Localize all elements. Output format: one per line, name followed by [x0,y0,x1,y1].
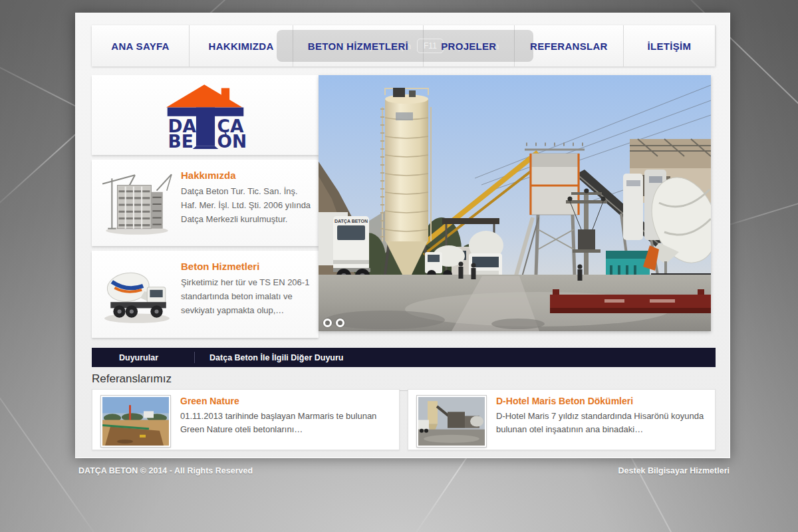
reference-title[interactable]: D-Hotel Maris Beton Dökümleri [496,396,707,406]
services-title[interactable]: Beton Hizmetleri [181,261,312,272]
sidebar: DA ÇA BE ON [92,75,319,342]
reference-card-d-hotel-maris[interactable]: D-Hotel Maris Beton Dökümleri D-Hotel Ma… [408,389,716,450]
logo-text: BE [168,131,193,150]
reference-title[interactable]: Green Nature [180,396,391,406]
announcements-label: Duyurular [119,353,158,362]
footer-credit[interactable]: Destek Bilgisayar Hizmetleri [618,466,730,475]
services-text: Şirketimiz her tür ve TS EN 206-1 standa… [181,276,312,317]
carousel-dot-1[interactable] [323,319,332,327]
d-hotel-thumbnail[interactable] [417,396,486,447]
logo-graphic: DA ÇA BE ON [156,80,255,150]
datca-beton-logo[interactable]: DA ÇA BE ON [92,75,319,155]
nav-item-referanslar[interactable]: REFERANSLAR [515,25,624,66]
reference-card-green-nature[interactable]: Green Nature 01.11.2013 tarihinde başlay… [92,389,400,450]
nav-item-iletisim[interactable]: İLETİŞİM [624,25,716,66]
reference-text: 01.11.2013 tarihinde başlayan Marmaris t… [180,410,391,436]
nav-label: İLETİŞİM [648,41,692,52]
about-teaser: Hakkımızda Datça Beton Tur. Tic. San. İn… [92,160,319,246]
nav-item-beton-hizmetleri[interactable]: BETON HİZMETLERİ [293,25,424,66]
nav-label: HAKKIMIZDA [209,41,274,52]
logo-chimney-icon [221,88,229,100]
about-title[interactable]: Hakkımızda [181,170,312,181]
carousel-dot-2[interactable] [336,319,344,327]
carousel-dots [323,319,344,327]
nav-item-hakkimizda[interactable]: HAKKIMIZDA [190,25,293,66]
logo-roof-icon [166,84,242,107]
nav-item-projeler[interactable]: PROJELER [424,25,515,66]
announcement-headline[interactable]: Datça Beton İle İlgili Diğer Duyuru [209,353,343,362]
logo-text: ON [217,131,247,150]
footer-copyright: DATÇA BETON © 2014 - All Rights Reserved [78,466,253,475]
references-title: Referanslarımız [92,372,716,391]
nav-label: BETON HİZMETLERİ [308,41,408,52]
reference-text: D-Hotel Maris 7 yıldız standardında Hisa… [496,410,707,436]
page-card: ANA SAYFA HAKKIMIZDA BETON HİZMETLERİ PR… [75,13,730,458]
nav-label: PROJELER [441,41,496,52]
hero-slider: DATÇA BETON [319,75,711,331]
services-teaser: Beton Hizmetleri Şirketimiz her tür ve T… [92,251,319,338]
announcements-divider [194,352,195,363]
nav-item-ana-sayfa[interactable]: ANA SAYFA [92,25,190,66]
nav-label: REFERANSLAR [530,41,608,52]
mixer-truck-image [100,259,174,329]
announcements-bar: Duyurular Datça Beton İle İlgili Diğer D… [92,348,716,367]
references-list: Green Nature 01.11.2013 tarihinde başlay… [92,389,716,450]
about-text: Datça Beton Tur. Tic. San. İnş. Haf. Mer… [181,185,312,226]
building-crane-image [100,168,174,237]
truck-brand-text: DATÇA BETON [334,219,368,224]
desktop-background: ANA SAYFA HAKKIMIZDA BETON HİZMETLERİ PR… [0,0,798,532]
green-nature-thumbnail[interactable] [101,396,170,447]
main-nav: ANA SAYFA HAKKIMIZDA BETON HİZMETLERİ PR… [92,25,716,66]
concrete-plant-photo: DATÇA BETON [319,75,711,331]
nav-label: ANA SAYFA [111,41,169,52]
